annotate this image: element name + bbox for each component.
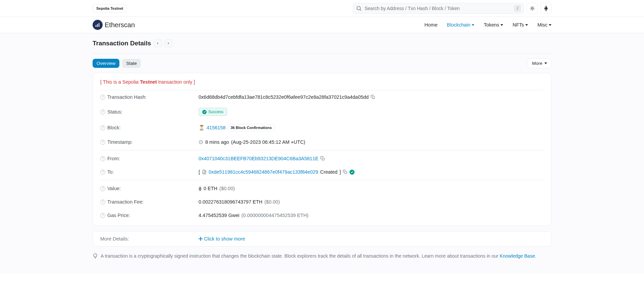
row-gasprice: ? Gas Price: 4.475452539 Gwei (0.0000000… xyxy=(100,209,544,219)
chevron-down-icon xyxy=(472,24,474,26)
svg-rect-11 xyxy=(96,25,96,27)
top-bar: Sepolia Testnet / xyxy=(87,0,557,16)
chevron-right-icon xyxy=(167,42,170,45)
timestamp-full: (Aug-25-2023 06:45:12 AM +UTC) xyxy=(231,139,305,145)
label-gasprice: Gas Price: xyxy=(107,213,130,218)
help-icon[interactable]: ? xyxy=(100,140,105,145)
svg-rect-13 xyxy=(99,23,99,27)
theme-toggle-button[interactable] xyxy=(527,3,538,14)
confirmations-badge: 36 Block Confirmations xyxy=(227,124,275,131)
chevron-down-icon xyxy=(544,62,547,64)
label-from: From: xyxy=(107,156,120,161)
nav-misc[interactable]: Misc xyxy=(537,22,551,28)
status-text: Success xyxy=(208,110,223,114)
logo[interactable]: Etherscan xyxy=(93,20,135,30)
more-menu[interactable]: More xyxy=(528,58,551,68)
tabs: Overview State xyxy=(93,59,141,68)
svg-rect-16 xyxy=(322,158,324,160)
fee-eth: 0.002276318096743797 ETH xyxy=(199,199,262,205)
chart-bars-icon xyxy=(95,22,101,28)
svg-line-9 xyxy=(531,9,531,10)
top-right-controls: / xyxy=(353,3,551,14)
row-fee: ? Transaction Fee: 0.002276318096743797 … xyxy=(100,195,544,209)
alert-suffix: transaction only ] xyxy=(157,79,195,85)
help-icon[interactable]: ? xyxy=(100,200,105,205)
help-icon[interactable]: ? xyxy=(100,213,105,218)
network-badge[interactable]: Sepolia Testnet xyxy=(93,4,127,12)
copy-icon[interactable] xyxy=(343,170,347,174)
block-link[interactable]: 4156158 xyxy=(207,125,225,130)
svg-rect-12 xyxy=(97,24,98,27)
row-txhash: ? Transaction Hash: 0x6d68db4d7cebfdfa13… xyxy=(100,90,544,104)
alert-prefix: [ This is a Sepolia xyxy=(100,79,140,85)
check-circle-icon xyxy=(202,110,207,114)
to-address-link[interactable]: 0xde511981cc4c5946824867e0f479ac133f84e0… xyxy=(209,169,318,175)
search-icon xyxy=(356,5,362,11)
prev-tx-button[interactable] xyxy=(154,39,162,47)
svg-point-0 xyxy=(357,6,361,10)
show-more-label: Click to show more xyxy=(204,236,245,242)
help-icon[interactable]: ? xyxy=(100,95,105,100)
svg-line-10 xyxy=(533,7,534,7)
gas-eth: (0.000000004475452539 ETH) xyxy=(241,213,309,218)
svg-line-1 xyxy=(360,9,361,10)
nav-links: Home Blockchain Tokens NFTs Misc xyxy=(425,22,551,28)
document-icon xyxy=(202,170,207,174)
from-address-link[interactable]: 0x4071040c31BEEFB70Eb93213DE904C6Ba3A581… xyxy=(199,156,318,161)
help-icon[interactable]: ? xyxy=(100,125,105,130)
search-container[interactable]: / xyxy=(353,3,524,14)
svg-rect-14 xyxy=(372,96,374,98)
ethereum-icon xyxy=(199,186,202,191)
help-icon[interactable]: ? xyxy=(100,156,105,161)
svg-rect-19 xyxy=(344,171,346,173)
nav-nfts[interactable]: NFTs xyxy=(513,22,528,28)
chevron-left-icon xyxy=(156,42,159,45)
nav-nfts-label: NFTs xyxy=(513,22,524,28)
copy-icon[interactable] xyxy=(320,156,325,161)
sun-icon xyxy=(530,6,535,11)
label-timestamp: Timestamp: xyxy=(107,139,132,145)
label-txhash: Transaction Hash: xyxy=(107,94,147,100)
copy-icon[interactable] xyxy=(371,95,375,99)
help-icon[interactable]: ? xyxy=(100,110,105,115)
svg-line-6 xyxy=(533,9,534,10)
status-badge: Success xyxy=(199,108,227,116)
to-bracket-open: [ xyxy=(199,169,200,175)
knowledge-base-link[interactable]: Knowledge Base xyxy=(500,253,535,259)
tab-row: Overview State More xyxy=(93,54,551,73)
row-from: ? From: 0x4071040c31BEEFB70Eb93213DE904C… xyxy=(100,150,544,165)
label-moredetails: More Details: xyxy=(100,236,129,242)
clock-icon xyxy=(199,140,203,144)
logo-text: Etherscan xyxy=(105,21,135,29)
ethereum-network-button[interactable] xyxy=(540,3,551,14)
lightbulb-icon xyxy=(93,253,98,259)
to-bracket-close: ] xyxy=(339,169,341,175)
to-created-label: Created xyxy=(320,169,338,175)
more-details-card: More Details: Click to show more xyxy=(93,231,551,247)
testnet-alert: [ This is a Sepolia Testnet transaction … xyxy=(100,79,544,90)
row-status: ? Status: Success xyxy=(100,104,544,120)
search-input[interactable] xyxy=(362,4,514,13)
page-header: Transaction Details xyxy=(93,33,551,54)
main-nav: Etherscan Home Blockchain Tokens NFTs Mi… xyxy=(87,17,557,33)
tab-state[interactable]: State xyxy=(122,59,141,68)
chevron-down-icon xyxy=(549,24,551,26)
logo-mark xyxy=(93,20,103,30)
show-more-button[interactable]: Click to show more xyxy=(199,236,245,242)
nav-tokens[interactable]: Tokens xyxy=(484,22,503,28)
value-usd: ($0.00) xyxy=(219,186,235,191)
alert-bold: Testnet xyxy=(140,79,157,85)
timestamp-ago: 8 mins ago xyxy=(205,139,229,145)
hourglass-icon: ⏳ xyxy=(199,125,205,131)
nav-home[interactable]: Home xyxy=(425,22,438,28)
help-icon[interactable]: ? xyxy=(100,170,105,175)
value-eth: 0 ETH xyxy=(204,186,217,191)
label-value: Value: xyxy=(107,186,121,191)
footer-period: . xyxy=(535,253,536,259)
fee-usd: ($0.00) xyxy=(264,199,280,205)
next-tx-button[interactable] xyxy=(164,39,172,47)
help-icon[interactable]: ? xyxy=(100,186,105,191)
tab-overview[interactable]: Overview xyxy=(93,59,119,68)
nav-blockchain[interactable]: Blockchain xyxy=(447,22,474,28)
chevron-down-icon xyxy=(525,24,528,26)
